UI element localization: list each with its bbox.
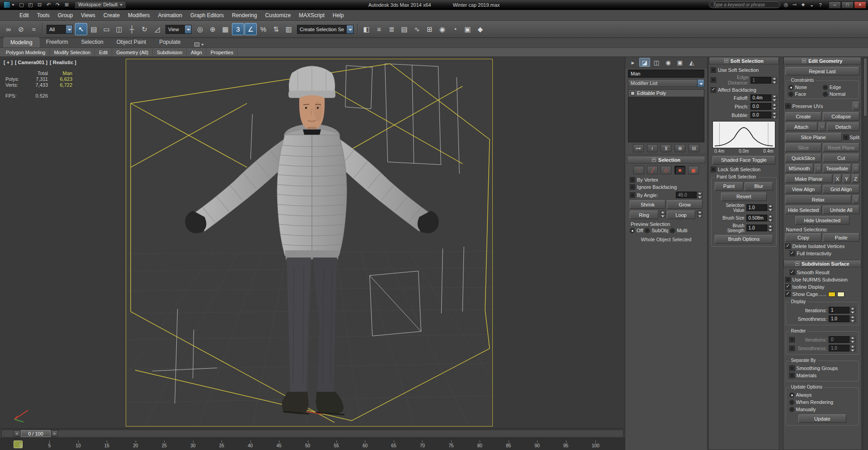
quickslice-button[interactable]: QuickSlice bbox=[785, 154, 822, 162]
configure-modifier-sets-icon[interactable]: ⊟ bbox=[689, 144, 699, 152]
render-setup-icon[interactable]: ◔ bbox=[449, 23, 461, 35]
subdivision-surface-rollout-header[interactable]: Subdivision Surface bbox=[783, 260, 861, 267]
tab-freeform[interactable]: Freeform bbox=[40, 38, 75, 47]
edge-distance-spinner[interactable]: 1 bbox=[750, 77, 777, 84]
display-iterations-spinner[interactable]: 1 bbox=[829, 307, 855, 314]
attach-list-icon[interactable]: □ bbox=[819, 122, 826, 131]
search-input[interactable] bbox=[709, 1, 780, 8]
shaded-face-toggle-button[interactable]: Shaded Face Toggle bbox=[712, 156, 775, 164]
selection-region-icon[interactable]: ▭ bbox=[100, 23, 113, 35]
isoline-display-checkbox[interactable] bbox=[785, 284, 791, 290]
ring-button[interactable]: Ring bbox=[630, 211, 658, 219]
time-slider[interactable]: < 0 / 100 > bbox=[0, 428, 625, 438]
named-selection-sets-icon[interactable]: ▥ bbox=[283, 23, 295, 35]
ribbon-panel-edit[interactable]: Edit bbox=[95, 48, 112, 56]
view-align-button[interactable]: View Align bbox=[785, 185, 822, 193]
relax-button[interactable]: Relax bbox=[785, 195, 851, 204]
menu-views[interactable]: Views bbox=[77, 10, 99, 20]
menu-create[interactable]: Create bbox=[99, 10, 124, 20]
blur-button[interactable]: Blur bbox=[745, 182, 773, 191]
chevron-down-icon[interactable] bbox=[697, 80, 704, 87]
select-and-scale-icon[interactable]: ◿ bbox=[151, 23, 163, 35]
menu-help[interactable]: Help bbox=[329, 10, 348, 20]
camera-frame[interactable] bbox=[126, 59, 493, 427]
mirror-icon[interactable]: ◧ bbox=[360, 23, 373, 35]
tab-selection[interactable]: Selection bbox=[75, 38, 109, 47]
display-tab-icon[interactable]: ▣ bbox=[675, 58, 685, 67]
select-and-manipulate-icon[interactable]: ⊕ bbox=[207, 23, 219, 35]
create-button[interactable]: Create bbox=[785, 112, 822, 121]
tab-populate[interactable]: Populate bbox=[153, 38, 187, 47]
modifier-stack[interactable]: Editable Poly bbox=[628, 89, 704, 142]
attach-button[interactable]: Attach bbox=[785, 122, 818, 131]
planar-x-button[interactable]: X bbox=[834, 174, 841, 183]
track-bar[interactable]: 0510152025303540455055606570758085909510… bbox=[0, 438, 625, 450]
create-tab-icon[interactable]: ▸ bbox=[627, 58, 638, 67]
menu-rendering[interactable]: Rendering bbox=[228, 10, 261, 20]
menu-graph-editors[interactable]: Graph Editors bbox=[186, 10, 228, 20]
paint-button[interactable]: Paint bbox=[715, 182, 743, 191]
use-pivot-center-icon[interactable]: ◎ bbox=[194, 23, 206, 35]
angle-snap-icon[interactable]: ∠ bbox=[245, 23, 257, 35]
preserve-uvs-checkbox[interactable] bbox=[785, 103, 791, 109]
chevron-down-icon[interactable] bbox=[66, 25, 72, 33]
selection-filter-dropdown[interactable]: All bbox=[47, 25, 73, 34]
show-end-result-icon[interactable]: ≀ bbox=[647, 144, 658, 152]
communication-center-icon[interactable]: ◒ bbox=[807, 1, 816, 9]
open-file-icon[interactable]: ◰ bbox=[26, 1, 35, 9]
named-selection-sets-dropdown[interactable]: Create Selection Se bbox=[297, 25, 354, 34]
window-crossing-icon[interactable]: ◫ bbox=[113, 23, 125, 35]
ribbon-panel-properties[interactable]: Properties bbox=[207, 48, 238, 56]
bind-to-space-warp-icon[interactable]: ≈ bbox=[28, 23, 40, 35]
show-cage-checkbox[interactable] bbox=[785, 291, 791, 297]
display-smoothness-spinner[interactable]: 1.0 bbox=[829, 315, 855, 322]
by-angle-spinner[interactable]: 45.0 bbox=[676, 192, 703, 198]
full-interactivity-checkbox[interactable] bbox=[790, 251, 795, 256]
polygon-icon[interactable]: ■ bbox=[675, 166, 685, 174]
render-smoothness-checkbox[interactable] bbox=[789, 346, 795, 351]
constraint-face-radio[interactable] bbox=[788, 92, 793, 97]
hierarchy-tab-icon[interactable]: ◫ bbox=[651, 58, 662, 67]
reset-plane-button[interactable]: Reset Plane bbox=[823, 143, 859, 152]
select-and-link-icon[interactable]: ∞ bbox=[2, 23, 14, 35]
bubble-spinner[interactable]: 0.0 bbox=[750, 112, 777, 118]
ribbon-panel-polygon-modeling[interactable]: Polygon Modeling bbox=[2, 48, 50, 56]
menu-edit[interactable]: Edit bbox=[15, 10, 33, 20]
loop-spinner[interactable] bbox=[697, 211, 703, 219]
workspace-dropdown[interactable]: Workspace: Default bbox=[75, 1, 126, 9]
scrollbar-thumb[interactable] bbox=[863, 58, 868, 117]
help-icon[interactable]: ? bbox=[816, 1, 825, 9]
select-by-name-icon[interactable]: ▤ bbox=[88, 23, 100, 35]
spinner-up[interactable] bbox=[697, 192, 703, 195]
edit-geometry-rollout-header[interactable]: Edit Geometry bbox=[783, 57, 861, 65]
msmooth-button[interactable]: MSmooth bbox=[785, 164, 814, 173]
tab-modeling[interactable]: Modeling bbox=[4, 38, 39, 47]
planar-y-button[interactable]: Y bbox=[843, 174, 850, 183]
slice-button[interactable]: Slice bbox=[785, 143, 822, 152]
viewport-3d-scene[interactable] bbox=[126, 59, 492, 426]
preview-multi-radio[interactable] bbox=[670, 228, 675, 233]
tessellate-button[interactable]: Tessellate bbox=[823, 164, 851, 173]
viewport-menu-shading[interactable]: [ Realistic ] bbox=[50, 60, 76, 65]
preview-subobj-radio[interactable] bbox=[645, 228, 650, 233]
sign-in-icon[interactable]: ⊸ bbox=[790, 1, 799, 9]
chevron-down-icon[interactable] bbox=[346, 25, 353, 33]
application-menu-button[interactable] bbox=[2, 1, 16, 8]
update-button[interactable]: Update bbox=[798, 414, 846, 423]
planar-z-button[interactable]: Z bbox=[852, 174, 859, 183]
edge-distance-checkbox[interactable] bbox=[711, 77, 716, 83]
delete-isolated-vertices-checkbox[interactable] bbox=[785, 244, 791, 249]
selection-rollout-header[interactable]: Selection bbox=[627, 156, 705, 164]
grid-align-button[interactable]: Grid Align bbox=[823, 185, 859, 193]
brush-size-spinner[interactable]: 0.508m bbox=[746, 215, 773, 221]
object-name-field[interactable]: Man bbox=[628, 70, 704, 78]
menu-tools[interactable]: Tools bbox=[33, 10, 54, 20]
select-object-icon[interactable]: ↖ bbox=[75, 23, 87, 35]
select-and-rotate-icon[interactable]: ↻ bbox=[138, 23, 151, 35]
affect-backfacing-checkbox[interactable] bbox=[711, 87, 716, 93]
layer-manager-icon[interactable]: ≣ bbox=[386, 23, 398, 35]
smoothing-groups-checkbox[interactable] bbox=[789, 366, 795, 371]
update-always-radio[interactable] bbox=[789, 393, 794, 398]
close-button[interactable]: × bbox=[854, 1, 866, 9]
split-checkbox[interactable] bbox=[843, 135, 849, 140]
